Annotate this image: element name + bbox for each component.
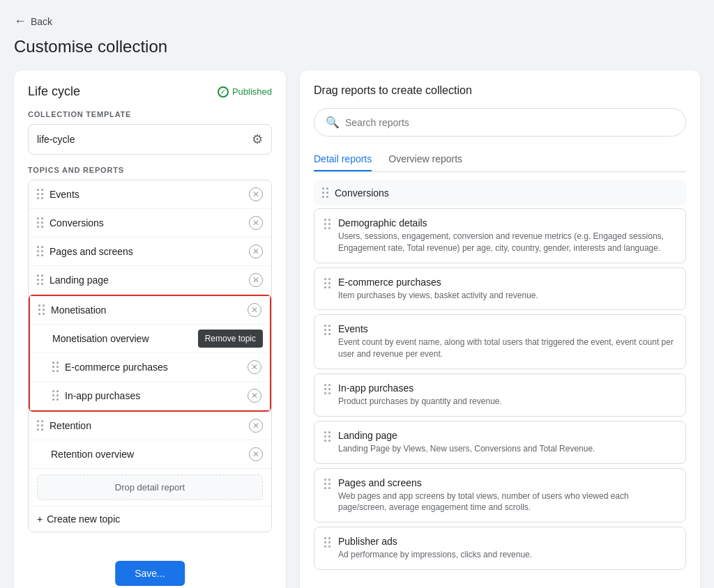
report-category-conversions: Conversions bbox=[314, 180, 686, 206]
report-desc-demographic: Users, sessions, engagement, conversion … bbox=[338, 231, 676, 254]
report-card-events[interactable]: Events Event count by event name, along … bbox=[314, 314, 686, 369]
create-topic-label: Create new topic bbox=[47, 513, 120, 525]
report-name-pages: Pages and screens bbox=[338, 477, 676, 488]
collection-template-label: COLLECTION TEMPLATE bbox=[28, 110, 272, 118]
drag-handle-ecommerce[interactable] bbox=[324, 277, 331, 289]
drop-label: Drop detail report bbox=[115, 482, 185, 493]
topics-list: Events ✕ Conversions ✕ bbox=[28, 180, 272, 532]
remove-retention-overview-button[interactable]: ✕ bbox=[249, 447, 263, 461]
report-desc-landing: Landing Page by Views, New users, Conver… bbox=[338, 443, 595, 455]
remove-topic-tooltip: Remove topic bbox=[198, 330, 263, 348]
drag-handle-demographic[interactable] bbox=[324, 217, 331, 230]
remove-retention-button[interactable]: ✕ bbox=[249, 419, 263, 433]
report-card-publisher[interactable]: Publisher ads Ad performance by impressi… bbox=[314, 527, 686, 570]
ecom-sub-name: E-commerce purchases bbox=[65, 362, 168, 373]
category-name: Conversions bbox=[335, 187, 389, 199]
drag-handle-landing-report[interactable] bbox=[324, 430, 331, 442]
reports-list: Conversions Demographic details Users, s… bbox=[314, 180, 686, 574]
monetisation-overview-name: Monetisation overview bbox=[52, 333, 149, 344]
report-card-landing[interactable]: Landing page Landing Page by Views, New … bbox=[314, 421, 686, 464]
right-panel-title: Drag reports to create collection bbox=[314, 84, 686, 97]
retention-block: Retention ✕ Retention overview ✕ Drop de… bbox=[29, 412, 271, 506]
drop-zone[interactable]: Drop detail report bbox=[37, 474, 263, 500]
drag-handle-inapp-sub[interactable] bbox=[52, 390, 59, 401]
remove-events-button[interactable]: ✕ bbox=[249, 187, 263, 201]
topic-name-retention: Retention bbox=[50, 420, 91, 431]
report-card-inapp[interactable]: In-app purchases Product purchases by qu… bbox=[314, 373, 686, 417]
back-label: Back bbox=[31, 16, 52, 27]
topic-name-pages: Pages and screens bbox=[50, 246, 133, 257]
inapp-sub-item: In-app purchases ✕ bbox=[30, 382, 270, 410]
drag-handle-category[interactable] bbox=[322, 187, 329, 199]
right-panel: Drag reports to create collection 🔍 Deta… bbox=[300, 70, 700, 588]
monetisation-block: Monetisation ✕ Remove topic Monetisation… bbox=[29, 295, 271, 412]
topic-item-events: Events ✕ bbox=[29, 180, 271, 209]
remove-pages-button[interactable]: ✕ bbox=[249, 245, 263, 258]
drag-handle-ecom-sub[interactable] bbox=[52, 362, 59, 373]
template-selector[interactable]: life-cycle ⚙ bbox=[28, 124, 272, 155]
retention-header: Retention ✕ bbox=[29, 412, 271, 440]
drag-handle-events[interactable] bbox=[37, 189, 44, 200]
report-desc-publisher: Ad performance by impressions, clicks an… bbox=[338, 549, 532, 561]
create-topic-button[interactable]: + Create new topic bbox=[29, 506, 271, 532]
report-name-landing: Landing page bbox=[338, 430, 595, 441]
retention-overview-name: Retention overview bbox=[51, 449, 134, 460]
topics-section-label: TOPICS AND REPORTS bbox=[28, 166, 272, 174]
report-name-events: Events bbox=[338, 323, 676, 334]
page-title: Customise collection bbox=[14, 37, 700, 56]
drag-handle-landing[interactable] bbox=[37, 274, 44, 286]
topic-name-events: Events bbox=[50, 189, 79, 200]
tab-overview-reports[interactable]: Overview reports bbox=[388, 148, 462, 171]
report-desc-pages: Web pages and app screens by total views… bbox=[338, 490, 676, 514]
remove-monetisation-button[interactable]: ✕ bbox=[248, 303, 261, 317]
drag-handle-conversions[interactable] bbox=[37, 217, 44, 229]
search-icon: 🔍 bbox=[326, 116, 340, 129]
tab-detail-reports[interactable]: Detail reports bbox=[314, 148, 372, 171]
topic-item-landing: Landing page ✕ bbox=[29, 266, 271, 295]
published-label: Published bbox=[232, 86, 272, 97]
remove-ecom-sub-button[interactable]: ✕ bbox=[248, 360, 261, 374]
topic-name-monetisation: Monetisation bbox=[51, 304, 106, 316]
report-name-publisher: Publisher ads bbox=[338, 536, 532, 547]
search-input[interactable] bbox=[345, 117, 674, 128]
panel-header: Life cycle ✓ Published bbox=[28, 84, 272, 99]
main-layout: Life cycle ✓ Published COLLECTION TEMPLA… bbox=[14, 70, 700, 588]
report-name-demographic: Demographic details bbox=[338, 217, 676, 229]
drag-handle-publisher[interactable] bbox=[324, 536, 331, 548]
remove-conversions-button[interactable]: ✕ bbox=[249, 216, 263, 230]
retention-overview-item: Retention overview ✕ bbox=[29, 440, 271, 469]
tabs: Detail reports Overview reports bbox=[314, 148, 686, 172]
report-name-ecommerce: E-commerce purchases bbox=[338, 277, 538, 288]
back-link[interactable]: ← Back bbox=[14, 14, 700, 29]
drag-handle-monetisation[interactable] bbox=[38, 304, 45, 316]
remove-inapp-sub-button[interactable]: ✕ bbox=[248, 389, 261, 403]
report-desc-ecommerce: Item purchases by views, basket activity… bbox=[338, 290, 538, 302]
monetisation-header: Monetisation ✕ Remove topic bbox=[30, 296, 270, 325]
report-desc-events: Event count by event name, along with to… bbox=[338, 336, 676, 360]
remove-landing-button[interactable]: ✕ bbox=[249, 273, 263, 287]
report-card-pages[interactable]: Pages and screens Web pages and app scre… bbox=[314, 468, 686, 523]
report-card-ecommerce[interactable]: E-commerce purchases Item purchases by v… bbox=[314, 268, 686, 311]
drag-handle-events-report[interactable] bbox=[324, 323, 331, 336]
ecom-sub-item: E-commerce purchases ✕ bbox=[30, 353, 270, 382]
report-desc-inapp: Product purchases by quantity and revenu… bbox=[338, 396, 502, 408]
settings-icon[interactable]: ⚙ bbox=[252, 132, 263, 147]
topic-name-landing: Landing page bbox=[50, 274, 109, 286]
topic-item-pages: Pages and screens ✕ bbox=[29, 238, 271, 266]
topic-name-conversions: Conversions bbox=[50, 217, 104, 229]
published-badge: ✓ Published bbox=[218, 86, 272, 98]
check-circle-icon: ✓ bbox=[218, 86, 229, 98]
drag-handle-pages[interactable] bbox=[37, 246, 44, 257]
report-name-inapp: In-app purchases bbox=[338, 382, 502, 394]
panel-title: Life cycle bbox=[28, 84, 80, 99]
save-button[interactable]: Save... bbox=[115, 561, 185, 586]
report-card-demographic[interactable]: Demographic details Users, sessions, eng… bbox=[314, 208, 686, 263]
left-panel: Life cycle ✓ Published COLLECTION TEMPLA… bbox=[14, 70, 286, 588]
back-arrow-icon: ← bbox=[14, 14, 26, 29]
inapp-sub-name: In-app purchases bbox=[65, 390, 140, 401]
drag-handle-retention[interactable] bbox=[37, 420, 44, 431]
drag-handle-pages-report[interactable] bbox=[324, 477, 331, 490]
topic-item-conversions: Conversions ✕ bbox=[29, 209, 271, 238]
search-box[interactable]: 🔍 bbox=[314, 108, 686, 137]
drag-handle-inapp[interactable] bbox=[324, 382, 331, 395]
